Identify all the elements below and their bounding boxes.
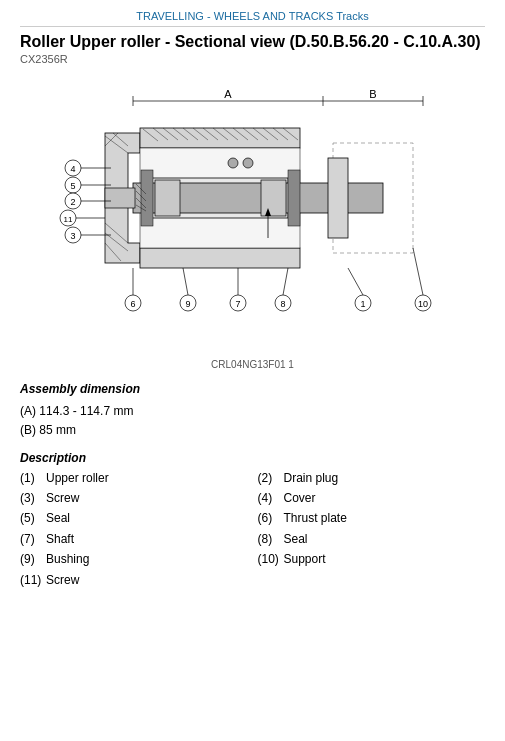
desc-num-4: (4) xyxy=(258,488,280,508)
desc-text-5: Seal xyxy=(46,508,70,528)
desc-item-8: (8) Seal xyxy=(258,529,486,549)
svg-text:A: A xyxy=(224,88,232,100)
desc-item-9: (9) Bushing xyxy=(20,549,248,569)
desc-num-9: (9) xyxy=(20,549,42,569)
desc-text-3: Screw xyxy=(46,488,79,508)
svg-rect-21 xyxy=(261,180,286,216)
technical-diagram: A B xyxy=(33,73,473,353)
assembly-dim-title: Assembly dimension xyxy=(20,380,485,399)
desc-text-4: Cover xyxy=(284,488,316,508)
svg-rect-20 xyxy=(155,180,180,216)
desc-num-11: (11) xyxy=(20,570,42,590)
breadcrumb: TRAVELLING - WHEELS AND TRACKS Tracks xyxy=(20,10,485,27)
desc-item-3: (3) Screw xyxy=(20,488,248,508)
desc-num-5: (5) xyxy=(20,508,42,528)
desc-text-11: Screw xyxy=(46,570,79,590)
desc-item-4: (4) Cover xyxy=(258,488,486,508)
assembly-dim-b: (B) 85 mm xyxy=(20,421,485,440)
desc-item-6: (6) Thrust plate xyxy=(258,508,486,528)
desc-item-1: (1) Upper roller xyxy=(20,468,248,488)
desc-item-5: (5) Seal xyxy=(20,508,248,528)
diagram-area: A B xyxy=(20,73,485,353)
svg-text:4: 4 xyxy=(70,164,75,174)
desc-num-2: (2) xyxy=(258,468,280,488)
svg-rect-17 xyxy=(328,158,348,238)
desc-text-7: Shaft xyxy=(46,529,74,549)
description-title: Description xyxy=(20,451,485,465)
svg-rect-11 xyxy=(140,248,300,268)
desc-text-8: Seal xyxy=(284,529,308,549)
desc-num-8: (8) xyxy=(258,529,280,549)
svg-rect-15 xyxy=(105,188,135,208)
svg-text:1: 1 xyxy=(360,299,365,309)
figure-caption: CRL04NG13F01 1 xyxy=(20,359,485,370)
svg-text:3: 3 xyxy=(70,231,75,241)
desc-num-10: (10) xyxy=(258,549,280,569)
desc-num-3: (3) xyxy=(20,488,42,508)
desc-text-10: Support xyxy=(284,549,326,569)
desc-column-left: (1) Upper roller (3) Screw (5) Seal (7) … xyxy=(20,468,248,590)
svg-rect-19 xyxy=(288,170,300,226)
svg-point-23 xyxy=(243,158,253,168)
assembly-dimensions: Assembly dimension (A) 114.3 - 114.7 mm … xyxy=(20,380,485,441)
desc-num-6: (6) xyxy=(258,508,280,528)
svg-point-22 xyxy=(228,158,238,168)
svg-text:9: 9 xyxy=(185,299,190,309)
desc-text-6: Thrust plate xyxy=(284,508,347,528)
desc-num-1: (1) xyxy=(20,468,42,488)
desc-text-2: Drain plug xyxy=(284,468,339,488)
desc-item-10: (10) Support xyxy=(258,549,486,569)
description-section: Description (1) Upper roller (3) Screw (… xyxy=(20,451,485,590)
desc-item-2: (2) Drain plug xyxy=(258,468,486,488)
svg-text:7: 7 xyxy=(235,299,240,309)
svg-text:B: B xyxy=(369,88,376,100)
desc-text-9: Bushing xyxy=(46,549,89,569)
svg-text:2: 2 xyxy=(70,197,75,207)
description-grid: (1) Upper roller (3) Screw (5) Seal (7) … xyxy=(20,468,485,590)
page-title: Roller Upper roller - Sectional view (D.… xyxy=(20,33,485,51)
svg-text:10: 10 xyxy=(417,299,427,309)
svg-text:5: 5 xyxy=(70,181,75,191)
model-code: CX2356R xyxy=(20,53,485,65)
desc-text-1: Upper roller xyxy=(46,468,109,488)
svg-text:8: 8 xyxy=(280,299,285,309)
page-container: TRAVELLING - WHEELS AND TRACKS Tracks Ro… xyxy=(0,0,505,610)
desc-column-right: (2) Drain plug (4) Cover (6) Thrust plat… xyxy=(258,468,486,590)
desc-item-7: (7) Shaft xyxy=(20,529,248,549)
svg-text:6: 6 xyxy=(130,299,135,309)
svg-text:11: 11 xyxy=(63,215,72,224)
desc-num-7: (7) xyxy=(20,529,42,549)
assembly-dim-a: (A) 114.3 - 114.7 mm xyxy=(20,402,485,421)
desc-item-11: (11) Screw xyxy=(20,570,248,590)
svg-rect-10 xyxy=(140,128,300,148)
